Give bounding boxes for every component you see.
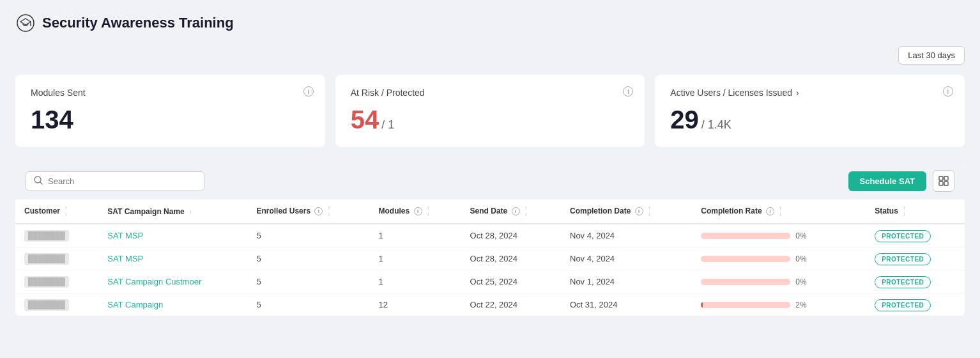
cell-campaign-2: SAT Campaign Custmoer [98, 270, 247, 293]
enrolled-users-sort-icons[interactable]: ↑↓ [328, 206, 330, 217]
cell-send-date-2: Oct 25, 2024 [461, 270, 561, 293]
cell-campaign-0: SAT MSP [98, 224, 247, 247]
customer-sort-icons[interactable]: ↑↓ [65, 206, 67, 217]
page-header: Security Awareness Training [15, 13, 965, 33]
page-container: Security Awareness Training Last 30 days… [0, 0, 980, 358]
table-row: ████████ SAT MSP 5 1 Oct 28, 2024 Nov 4,… [15, 247, 965, 270]
progress-pct-3: 2% [795, 300, 813, 309]
active-users-info-icon[interactable]: i [943, 86, 953, 97]
enrolled-users-info-icon[interactable]: i [314, 207, 323, 215]
cell-completion-date-3: Oct 31, 2024 [561, 293, 692, 316]
at-risk-value-wrap: 54/ 1 [351, 105, 630, 134]
table-row: ████████ SAT Campaign Custmoer 5 1 Oct 2… [15, 270, 965, 293]
status-badge-0: PROTECTED [875, 230, 931, 242]
completion-rate-sort-icons[interactable]: ↑↓ [779, 206, 781, 217]
cell-send-date-1: Oct 28, 2024 [461, 247, 561, 270]
svg-point-0 [17, 15, 34, 31]
progress-pct-0: 0% [795, 231, 813, 240]
col-modules: Modules i ↑↓ [370, 199, 461, 224]
cell-send-date-0: Oct 28, 2024 [461, 224, 561, 247]
cell-enrolled-0: 5 [247, 224, 369, 247]
page-title: Security Awareness Training [42, 15, 234, 31]
progress-bar-bg-0 [701, 233, 790, 239]
campaign-name-sort-icons[interactable]: ↓ [189, 209, 192, 214]
active-users-label: Active Users / Licenses Issued › [670, 88, 949, 98]
grid-view-button[interactable] [933, 170, 954, 192]
cell-completion-date-2: Nov 1, 2024 [561, 270, 692, 293]
campaign-link-1[interactable]: SAT MSP [107, 254, 143, 263]
cell-customer-2: ████████ [15, 270, 98, 293]
cell-enrolled-2: 5 [247, 270, 369, 293]
progress-bar-fill-3 [701, 302, 703, 308]
col-customer: Customer ↑↓ [15, 199, 98, 224]
table-toolbar: Schedule SAT [15, 162, 965, 199]
col-campaign-name: SAT Campaign Name ↓ [98, 199, 247, 224]
send-date-info-icon[interactable]: i [512, 207, 520, 215]
svg-rect-8 [944, 182, 948, 185]
table-section: Schedule SAT Customer ↑↓ [15, 162, 965, 316]
completion-rate-info-icon[interactable]: i [766, 207, 774, 215]
progress-bar-bg-1 [701, 256, 790, 262]
progress-wrap-1: 0% [701, 254, 857, 263]
schedule-sat-button[interactable]: Schedule SAT [848, 171, 926, 191]
customer-name-0: ████████ [24, 230, 69, 242]
at-risk-info-icon[interactable]: i [623, 86, 633, 97]
table-header-row: Customer ↑↓ SAT Campaign Name ↓ Enrolled… [15, 199, 965, 224]
modules-sort-icons[interactable]: ↑↓ [427, 206, 429, 217]
cell-customer-1: ████████ [15, 247, 98, 270]
completion-date-sort-icons[interactable]: ↑↓ [648, 206, 650, 217]
cell-campaign-1: SAT MSP [98, 247, 247, 270]
at-risk-card: At Risk / Protected i 54/ 1 [335, 75, 645, 147]
cell-enrolled-1: 5 [247, 247, 369, 270]
cell-completion-date-1: Nov 4, 2024 [561, 247, 692, 270]
col-completion-date: Completion Date i ↑↓ [561, 199, 692, 224]
status-badge-2: PROTECTED [875, 276, 931, 288]
at-risk-label: At Risk / Protected [351, 88, 630, 98]
search-wrap [26, 171, 204, 191]
at-risk-sub: / 1 [381, 118, 394, 131]
progress-pct-2: 0% [795, 277, 813, 286]
toolbar-right: Schedule SAT [848, 170, 954, 192]
graduation-cap-icon [15, 13, 36, 33]
top-bar: Last 30 days [15, 46, 965, 65]
progress-bar-bg-3 [701, 302, 790, 308]
modules-info-icon[interactable]: i [414, 207, 422, 215]
active-users-chevron-icon[interactable]: › [796, 88, 799, 98]
search-input[interactable] [48, 176, 196, 186]
table-row: ████████ SAT Campaign 5 12 Oct 22, 2024 … [15, 293, 965, 316]
progress-pct-1: 0% [795, 254, 813, 263]
table-row: ████████ SAT MSP 5 1 Oct 28, 2024 Nov 4,… [15, 224, 965, 247]
cell-customer-0: ████████ [15, 224, 98, 247]
modules-sent-value: 134 [31, 105, 310, 134]
customer-name-2: ████████ [24, 276, 69, 288]
cell-campaign-3: SAT Campaign [98, 293, 247, 316]
cell-status-2: PROTECTED [866, 270, 965, 293]
cell-completion-date-0: Nov 4, 2024 [561, 224, 692, 247]
campaign-link-2[interactable]: SAT Campaign Custmoer [107, 277, 201, 286]
cell-send-date-3: Oct 22, 2024 [461, 293, 561, 316]
progress-wrap-0: 0% [701, 231, 857, 240]
cell-completion-rate-2: 0% [692, 270, 866, 293]
svg-rect-7 [939, 182, 943, 185]
campaign-link-3[interactable]: SAT Campaign [107, 300, 163, 309]
cell-modules-1: 1 [370, 247, 461, 270]
status-sort-icons[interactable]: ↑↓ [903, 206, 905, 217]
cell-modules-0: 1 [370, 224, 461, 247]
cell-status-0: PROTECTED [866, 224, 965, 247]
col-enrolled-users: Enrolled Users i ↑↓ [247, 199, 369, 224]
completion-date-info-icon[interactable]: i [635, 207, 643, 215]
active-users-value-wrap: 29/ 1.4K [670, 105, 949, 134]
send-date-sort-icons[interactable]: ↑↓ [524, 206, 527, 217]
modules-sent-label: Modules Sent [31, 88, 310, 98]
cell-enrolled-3: 5 [247, 293, 369, 316]
status-badge-1: PROTECTED [875, 253, 931, 265]
date-filter-button[interactable]: Last 30 days [898, 46, 965, 65]
active-users-sub: / 1.4K [701, 118, 731, 131]
at-risk-value: 54 [351, 105, 379, 134]
customer-name-1: ████████ [24, 253, 69, 265]
stats-row: Modules Sent i 134 At Risk / Protected i… [15, 75, 965, 147]
modules-sent-info-icon[interactable]: i [303, 86, 314, 97]
campaign-link-0[interactable]: SAT MSP [107, 231, 143, 240]
cell-completion-rate-3: 2% [692, 293, 866, 316]
progress-bar-bg-2 [701, 279, 790, 285]
